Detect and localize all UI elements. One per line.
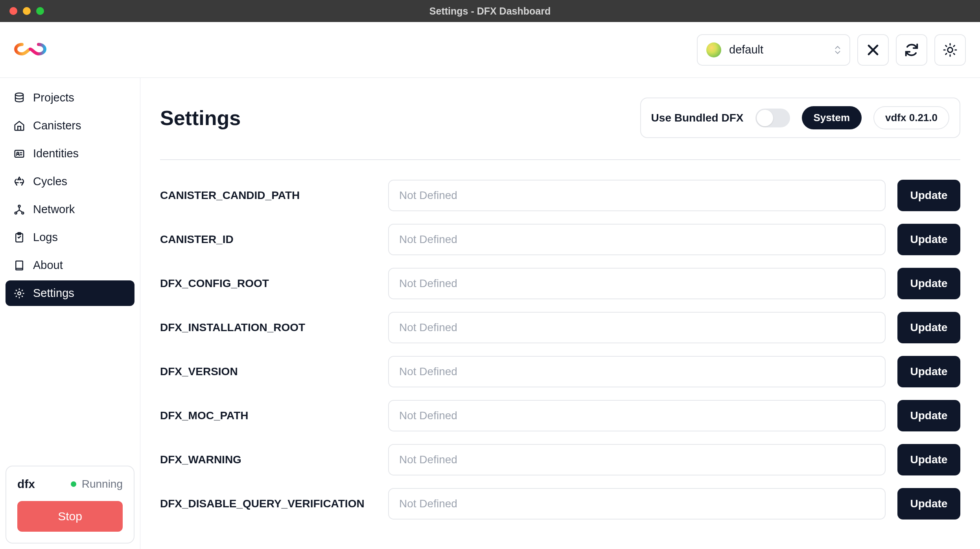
update-button[interactable]: Update	[897, 488, 960, 520]
system-button[interactable]: System	[802, 106, 862, 129]
toggle-thumb	[757, 110, 773, 126]
sidebar: Projects Canisters Identities Cycles Net…	[0, 78, 140, 549]
update-button[interactable]: Update	[897, 444, 960, 475]
setting-label: CANISTER_CANDID_PATH	[160, 189, 376, 202]
setting-row: DFX_VERSIONUpdate	[160, 356, 960, 387]
update-button[interactable]: Update	[897, 180, 960, 211]
svg-point-10	[18, 292, 21, 295]
update-button[interactable]: Update	[897, 400, 960, 431]
setting-row: DFX_MOC_PATHUpdate	[160, 400, 960, 431]
infinity-icon	[14, 41, 46, 57]
sidebar-item-settings[interactable]: Settings	[6, 280, 134, 306]
update-button[interactable]: Update	[897, 224, 960, 255]
svg-point-5	[15, 212, 17, 214]
nav-label: About	[33, 259, 63, 272]
dfx-status-text: Running	[82, 478, 123, 490]
svg-point-4	[18, 205, 20, 207]
setting-label: DFX_DISABLE_QUERY_VERIFICATION	[160, 497, 376, 510]
setting-label: DFX_WARNING	[160, 453, 376, 466]
setting-input[interactable]	[388, 400, 886, 431]
identity-avatar-icon	[706, 42, 721, 57]
settings-controls: Use Bundled DFX System vdfx 0.21.0	[640, 98, 960, 138]
nav-label: Network	[33, 203, 75, 216]
bundled-dfx-label: Use Bundled DFX	[651, 112, 744, 124]
nav-label: Logs	[33, 231, 58, 244]
sidebar-item-network[interactable]: Network	[6, 197, 134, 222]
identity-select[interactable]: default	[697, 34, 850, 66]
setting-row: DFX_CONFIG_ROOTUpdate	[160, 268, 960, 299]
refresh-icon	[904, 42, 919, 57]
window-title: Settings - DFX Dashboard	[429, 6, 551, 17]
setting-label: CANISTER_ID	[160, 233, 376, 246]
setting-label: DFX_VERSION	[160, 365, 376, 378]
network-icon	[13, 204, 25, 216]
setting-label: DFX_MOC_PATH	[160, 409, 376, 422]
nav-label: Cycles	[33, 175, 67, 188]
id-icon	[13, 148, 25, 160]
gear-icon	[13, 287, 25, 299]
version-badge: vdfx 0.21.0	[873, 106, 949, 129]
close-button[interactable]	[857, 34, 889, 66]
setting-input[interactable]	[388, 224, 886, 255]
update-button[interactable]: Update	[897, 356, 960, 387]
home-icon	[13, 120, 25, 132]
window-close-button[interactable]	[9, 7, 17, 15]
app-header: default	[0, 22, 980, 78]
window-minimize-button[interactable]	[23, 7, 31, 15]
setting-row: DFX_INSTALLATION_ROOTUpdate	[160, 312, 960, 343]
setting-row: CANISTER_CANDID_PATHUpdate	[160, 180, 960, 211]
nav-label: Identities	[33, 147, 79, 160]
chevrons-up-down-icon	[834, 46, 841, 54]
svg-point-6	[22, 212, 24, 214]
clipboard-icon	[13, 232, 25, 243]
sidebar-item-identities[interactable]: Identities	[6, 141, 134, 166]
theme-toggle-button[interactable]	[934, 34, 966, 66]
sidebar-item-projects[interactable]: Projects	[6, 85, 134, 111]
update-button[interactable]: Update	[897, 268, 960, 299]
setting-label: DFX_INSTALLATION_ROOT	[160, 321, 376, 334]
dfx-status-card: dfx Running Stop	[6, 466, 134, 543]
book-icon	[13, 260, 25, 271]
main-content: Settings Use Bundled DFX System vdfx 0.2…	[140, 78, 980, 549]
page-title: Settings	[160, 106, 241, 130]
nav-label: Canisters	[33, 119, 81, 132]
refresh-button[interactable]	[896, 34, 927, 66]
svg-rect-2	[15, 150, 24, 157]
identity-name: default	[729, 43, 827, 56]
traffic-lights	[9, 7, 44, 15]
title-bar: Settings - DFX Dashboard	[0, 0, 980, 22]
setting-input[interactable]	[388, 312, 886, 343]
setting-row: DFX_DISABLE_QUERY_VERIFICATIONUpdate	[160, 488, 960, 520]
sidebar-item-about[interactable]: About	[6, 252, 134, 278]
header-actions: default	[697, 34, 966, 66]
settings-rows: CANISTER_CANDID_PATHUpdateCANISTER_IDUpd…	[160, 180, 960, 520]
setting-input[interactable]	[388, 180, 886, 211]
update-button[interactable]: Update	[897, 312, 960, 343]
setting-input[interactable]	[388, 444, 886, 475]
setting-input[interactable]	[388, 356, 886, 387]
nav-label: Projects	[33, 91, 74, 104]
app-logo	[14, 41, 46, 59]
svg-point-0	[948, 47, 953, 52]
dfx-label: dfx	[17, 477, 35, 491]
setting-input[interactable]	[388, 488, 886, 520]
setting-input[interactable]	[388, 268, 886, 299]
setting-label: DFX_CONFIG_ROOT	[160, 277, 376, 290]
dfx-stop-button[interactable]: Stop	[17, 501, 123, 532]
sun-icon	[943, 42, 958, 57]
sidebar-item-logs[interactable]: Logs	[6, 225, 134, 250]
window-maximize-button[interactable]	[36, 7, 44, 15]
app-body: Projects Canisters Identities Cycles Net…	[0, 78, 980, 549]
sidebar-item-canisters[interactable]: Canisters	[6, 113, 134, 138]
content-header: Settings Use Bundled DFX System vdfx 0.2…	[160, 98, 960, 138]
nav-label: Settings	[33, 287, 74, 300]
dfx-status-group: Running	[71, 478, 123, 490]
dfx-status-row: dfx Running	[17, 477, 123, 491]
setting-row: DFX_WARNINGUpdate	[160, 444, 960, 475]
svg-point-1	[15, 93, 23, 96]
status-dot-icon	[71, 481, 76, 487]
sidebar-item-cycles[interactable]: Cycles	[6, 169, 134, 194]
divider	[160, 159, 960, 160]
bundled-dfx-toggle[interactable]	[755, 109, 790, 127]
setting-row: CANISTER_IDUpdate	[160, 224, 960, 255]
